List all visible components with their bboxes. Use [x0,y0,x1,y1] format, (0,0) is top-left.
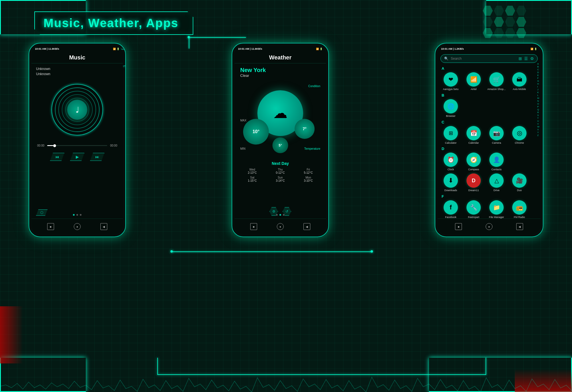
app-facebook[interactable]: f Facebook [440,200,461,219]
app-drive[interactable]: △ Drive [486,173,507,192]
hex-grid-decoration [483,6,526,38]
circuit-line [189,37,246,38]
forecast-day: Fri [295,168,321,171]
app-compass[interactable]: 🧭 Compass [463,153,484,171]
apps-row-clock: ⏰ Clock 🧭 Compass 👤 Contacts [440,153,538,171]
alpha-q[interactable]: Q [537,109,539,111]
alpha-j[interactable]: J [537,89,539,91]
music-controls: ⏮ ▶ ⏭ [31,150,123,164]
app-amazon[interactable]: 🛒 Amazon Shop... [486,72,507,91]
settings-icon[interactable]: ⚙ [530,56,534,61]
nav-circle-a[interactable]: ● [486,223,492,230]
hex-cell [494,6,504,16]
nav-back-a[interactable]: ◀ [516,223,523,230]
wifi-icon: 📶 [113,48,116,50]
list-view-icon[interactable]: ☰ [524,56,528,61]
apps-row-d2: ⬇ Downloads D Dream11 △ Drive 🎥 [440,173,538,192]
alpha-l[interactable]: L [537,94,539,97]
status-time: 10:01 AM | 11.6KB/s [35,47,59,50]
alpha-d[interactable]: D [537,71,539,74]
amazon-label: Amazon Shop... [487,88,506,91]
alpha-a[interactable]: A [537,63,539,65]
app-filemanager[interactable]: 📁 File Manager [486,200,507,219]
app-dream11[interactable]: D Dream11 [463,173,484,192]
alpha-y[interactable]: Y [537,131,539,134]
prev-button[interactable]: ⏮ [50,153,64,161]
music-note: ♩ [67,100,87,120]
alpha-x[interactable]: X [537,129,539,131]
app-contacts[interactable]: 👤 Contacts [486,153,507,171]
alpha-v[interactable]: V [537,123,539,125]
nav-back[interactable]: ◀ [303,223,310,230]
weather-temp-5: 5° [273,137,288,153]
nav-square[interactable]: ■ [47,223,54,230]
clock-icon: ⏰ [444,153,458,167]
app-downloads[interactable]: ⬇ Downloads [440,173,461,192]
apps-row-b: 🌐 Browser [440,99,538,118]
app-camera[interactable]: 📷 Camera [486,126,507,145]
temp-7-label: 7° [303,127,306,131]
progress-track[interactable] [47,145,107,146]
wifi-icon-w: 📶 [316,48,319,50]
camera-label: Camera [492,141,501,145]
nav-square-a[interactable]: ■ [455,223,462,230]
grid-view-icon[interactable]: ⊞ [519,56,522,61]
extra-button[interactable]: ⬡ [36,209,47,216]
app-aarogya[interactable]: ❤ Aarogya Setu [440,72,461,91]
nav-circle[interactable]: ● [74,223,81,230]
alpha-label-a: A [440,66,538,71]
play-button[interactable]: ▶ [70,153,84,161]
app-clock[interactable]: ⏰ Clock [440,153,461,171]
alpha-w[interactable]: W [537,126,539,128]
search-bar[interactable]: 🔍 ⊞ ☰ ⚙ [440,54,538,63]
app-fmradio[interactable]: 📻 FM Radio [509,200,530,219]
pagination-dots [73,214,82,216]
alpha-i[interactable]: I [537,86,539,88]
nav-square[interactable]: ■ [250,223,257,230]
alpha-p[interactable]: P [537,106,539,108]
app-calendar[interactable]: 📅 Calendar [463,126,484,145]
alpha-u[interactable]: U [537,120,539,122]
alpha-z[interactable]: Z [537,134,539,137]
facebook-icon: f [444,200,458,215]
alpha-h[interactable]: H [537,83,539,85]
next-button[interactable]: ⏭ [90,153,104,161]
app-airtel[interactable]: 📶 Airtel [463,72,484,91]
alpha-n[interactable]: N [537,100,539,102]
app-calculator[interactable]: ⊞ Calculator [440,126,461,145]
alpha-b[interactable]: B [537,66,539,68]
nav-bar-apps: ■ ● ◀ [438,219,541,234]
nav-back[interactable]: ◀ [100,223,107,230]
music-header: Music [31,52,123,63]
calculator-icon: ⊞ [444,126,458,140]
alpha-s[interactable]: S [537,114,539,117]
section-b: B 🌐 Browser [440,93,538,118]
battery-icon-w: 🔋 [320,48,323,50]
app-duo[interactable]: 🎥 Duo [509,173,530,192]
alpha-e[interactable]: E [537,74,539,77]
contacts-label: Contacts [491,168,502,171]
alpha-o[interactable]: O [537,103,539,105]
next-day-section: Next Day Wed 2-13°C Thu 0-12°C Fri 5-12°… [235,159,326,185]
dot-3 [283,214,285,216]
forecast-range: 3-10°C [295,179,321,182]
alpha-g[interactable]: G [537,80,539,82]
app-browser[interactable]: 🌐 Browser [440,99,461,118]
search-input[interactable] [451,57,516,61]
alpha-f[interactable]: F [537,77,539,79]
forecast-grid: Wed 2-13°C Thu 0-12°C Fri 5-12°C Sat 1-1… [239,168,321,182]
status-icons-a: 📶 🔋 [531,48,537,50]
app-axis[interactable]: 🏔 Axis Mobile [509,72,530,91]
app-chrome[interactable]: ◎ Chrome [509,126,530,145]
nav-circle[interactable]: ● [277,223,284,230]
alpha-c[interactable]: C [537,69,539,71]
wifi-icon-a: 📶 [531,48,533,50]
alpha-k[interactable]: K [537,91,539,94]
app-feetapart[interactable]: 🔧 FeetApart [463,200,484,219]
alpha-r[interactable]: R [537,111,539,114]
alpha-m[interactable]: M [537,97,539,99]
alpha-t[interactable]: T [537,117,539,119]
weather-visual: ☁ 10° 7° 5° Condition Temperature [240,82,320,156]
browser-label: Browser [446,115,455,118]
section-f: F f Facebook 🔧 FeetApart 📁 File Manage [440,194,538,219]
